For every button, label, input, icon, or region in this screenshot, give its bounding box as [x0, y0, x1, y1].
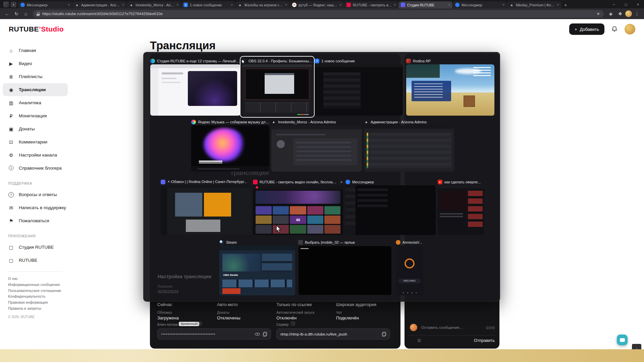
url-text[interactable]: https://studio.rutube.ru/stream/e302d4c5…: [42, 12, 594, 16]
alttab-window-discord[interactable]: ⚡-Обзвон | | Rodina Online | Санкт-Петер…: [161, 179, 251, 235]
sidebar-item-write-support[interactable]: ✉Написать в поддержку: [3, 201, 68, 214]
stream-key-label: Ключ потока: [157, 322, 178, 326]
browser-tab[interactable]: Мессенджер ×: [18, 1, 72, 8]
add-button[interactable]: + Добавить: [569, 23, 604, 35]
bookmark-star-icon[interactable]: ★: [596, 11, 600, 16]
decor: [161, 185, 167, 235]
browser-tab-active[interactable]: Студия RUTUBE ×: [398, 1, 452, 8]
browser-tab[interactable]: ▲ Жалобы на игроков состав... ×: [235, 1, 289, 8]
alttab-window-obs-selected[interactable]: OBS 32.0.4 - Профиль: Безымянный ...: [242, 58, 313, 116]
window-close-icon[interactable]: ×: [340, 180, 343, 184]
close-button[interactable]: ×: [632, 0, 644, 8]
window-title-bar: Студия RUTUBE и еще 12 страниц — Личный:…: [150, 58, 240, 64]
stream-key-input[interactable]: ••••••••••••••••••••••••••••••••••: [157, 328, 271, 340]
shield-icon[interactable]: ◈: [606, 9, 615, 18]
tab-close-icon[interactable]: ×: [285, 3, 287, 7]
server-input[interactable]: rtmp://rtmp-lb-a.dth.rutube.ru/live_push: [276, 328, 390, 340]
alttab-window-youtube[interactable]: ▶ как сделать оверле...: [438, 179, 484, 235]
sidebar-item-streams[interactable]: ◉Трансляции: [3, 83, 68, 96]
browser-profile-avatar[interactable]: [625, 10, 632, 17]
tab-close-icon[interactable]: ×: [122, 3, 124, 7]
restore-button[interactable]: □: [620, 0, 632, 8]
alttab-window-forum-admins[interactable]: ▲ Администрация - Arizona Admins: [364, 119, 454, 172]
footer-link[interactable]: Правовая информация: [8, 300, 62, 306]
home-icon[interactable]: ⌂: [21, 9, 30, 18]
browser-tab[interactable]: ▲ Администрация - Arizona A... ×: [72, 1, 126, 8]
copy-key-icon[interactable]: [263, 332, 267, 337]
tab-close-icon[interactable]: ×: [557, 3, 559, 7]
address-bar[interactable]: https://studio.rutube.ru/stream/e302d4c5…: [33, 10, 604, 18]
new-tab-button[interactable]: +: [561, 1, 570, 8]
sidebar-item-playlists[interactable]: ≣Плейлисты: [3, 70, 68, 83]
browser-tab[interactable]: ▲ Innokentiy_Moroz - Arizona ×: [127, 1, 181, 8]
tab-close-icon[interactable]: ×: [176, 3, 178, 7]
reload-icon[interactable]: ↻: [12, 9, 21, 18]
chat-message-input[interactable]: Оставить сообщение...: [421, 325, 463, 329]
sidebar-item-app-studio[interactable]: ▢Студия RUTUBE: [3, 241, 68, 254]
footer-link[interactable]: Конфиденциальность: [8, 294, 62, 300]
sidebar-item-channel-settings[interactable]: ⚙Настройки канала: [3, 148, 68, 162]
browser-menu-icon[interactable]: ⋮: [633, 9, 641, 18]
show-key-icon[interactable]: [255, 332, 260, 337]
sidebar-item-comments[interactable]: ⊡Комментарии: [3, 135, 68, 148]
download-icon[interactable]: ↓: [632, 344, 641, 349]
screen: Всего репутации 343 ◎ ▾ Мессенджер × ▲ А…: [0, 0, 644, 362]
tab-close-icon[interactable]: ×: [448, 3, 450, 7]
sidebar-item-analytics[interactable]: ▥Аналитика: [3, 96, 68, 109]
footer-link[interactable]: О нас: [8, 276, 62, 282]
footer-link[interactable]: Правила и запреты: [8, 306, 62, 312]
alttab-window-forum-profile[interactable]: ▲ Innokentiy_Moroz - Arizona Admins: [271, 119, 362, 172]
notifications-bell-icon[interactable]: [611, 25, 618, 33]
window-preview: [150, 64, 240, 116]
sidebar-item-home[interactable]: ⌂Главная: [3, 44, 68, 57]
sidebar-item-app-rutube[interactable]: ▢RUTUBE: [3, 254, 68, 267]
tab-close-icon[interactable]: ×: [339, 3, 341, 7]
browser-tab[interactable]: 1 1 новое сообщение ×: [181, 1, 235, 8]
tab-close-icon[interactable]: ×: [502, 3, 504, 7]
sidebar-item-blogger-guide[interactable]: ⓘСправочник блогера: [3, 162, 68, 175]
alttab-window-rutube-site[interactable]: RUTUBE - смотреть видео онлайн, бесплатн…: [253, 179, 343, 235]
alttab-window-console[interactable]: Выбрать |mobile_02 — ярлык: [298, 239, 392, 295]
sidebar-item-donations[interactable]: ▣Донаты: [3, 122, 68, 135]
sidebar-item-videos[interactable]: ▶Видео: [3, 57, 68, 70]
user-avatar[interactable]: [625, 24, 635, 35]
alttab-window-amnezia[interactable]: AmneziaV... NSK2-NSK2: [396, 239, 423, 295]
sidebar-item-report[interactable]: ⚑Пожаловаться: [3, 214, 68, 227]
tab-close-icon[interactable]: ×: [231, 3, 233, 7]
copy-server-icon[interactable]: [382, 332, 386, 337]
browser-tab[interactable]: Я рутуб — Яндекс: нашлось 5... ×: [290, 1, 344, 8]
help-icon[interactable]: ?: [291, 321, 295, 326]
alttab-window-yandex-music[interactable]: Яндекс Музыка — собираем музыку для вас: [191, 119, 269, 172]
footer-link[interactable]: Информационные сообщения: [8, 282, 62, 288]
sidebar: ⌂Главная ▶Видео ≣Плейлисты ◉Трансляции ▥…: [0, 39, 70, 349]
chat-send-button[interactable]: Отправить: [474, 338, 495, 343]
alttab-window-steam[interactable]: Steam OBS Studio: [219, 239, 295, 295]
alttab-window-edge-studio[interactable]: Студия RUTUBE и еще 12 страниц — Личный:…: [150, 58, 240, 116]
window-preview: [345, 185, 436, 235]
arizona-favicon: ▲: [75, 3, 79, 7]
help-icon[interactable]: ?: [198, 321, 202, 326]
support-chat-widget[interactable]: [617, 335, 628, 345]
minimize-button[interactable]: −: [608, 0, 620, 8]
steam-app-title: OBS Studio: [223, 274, 238, 277]
sidebar-item-faq[interactable]: ?Вопросы и ответы: [3, 188, 68, 201]
emoji-icon[interactable]: ☺: [417, 337, 422, 343]
desktop-wallpaper: Всего репутации 343 ◎: [0, 349, 644, 362]
decor: [204, 128, 246, 161]
alttab-window-new-message[interactable]: 1 1 новое сообщение: [315, 58, 403, 116]
back-icon[interactable]: ←: [3, 9, 11, 18]
browser-tab[interactable]: ▲ Nikolay_Premium | Форум -... ×: [507, 1, 561, 8]
browser-tab[interactable]: RUTUBE - смотреть видео о... ×: [344, 1, 398, 8]
rutube-studio-logo[interactable]: RUTUBE’Studio: [9, 25, 64, 33]
alttab-window-rodina-rp[interactable]: Rodina RP: [406, 58, 494, 116]
server-url: rtmp://rtmp-lb-a.dth.rutube.ru/live_push: [280, 332, 379, 336]
alttab-window-messenger[interactable]: Мессенджер: [345, 179, 436, 235]
tab-close-icon[interactable]: ×: [394, 3, 396, 7]
footer-link[interactable]: Пользовательское соглашение: [8, 288, 62, 294]
sidebar-item-monetization[interactable]: ₽Монетизация: [3, 109, 68, 122]
extensions-icon[interactable]: ❖: [616, 9, 625, 18]
tab-menu-icon[interactable]: ▾: [11, 2, 16, 7]
browser-tab[interactable]: Мессенджер ×: [453, 1, 507, 8]
tab-close-icon[interactable]: ×: [68, 3, 70, 7]
pinned-tab-icon[interactable]: [3, 2, 9, 7]
